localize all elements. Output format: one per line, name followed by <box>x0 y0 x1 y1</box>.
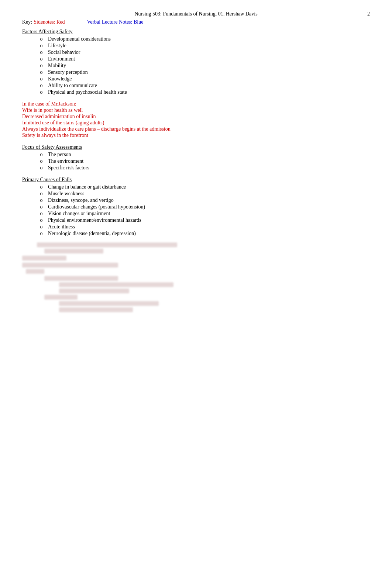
item-text: Physical environment/environmental hazar… <box>48 217 141 223</box>
item-text: Ability to communicate <box>48 83 97 89</box>
focus-heading: Focus of Safety Assessments <box>22 144 370 150</box>
list-item: o Vision changes or impairment <box>22 211 370 217</box>
list-item: o Dizziness, syncope, and vertigo <box>22 197 370 203</box>
factors-affecting-safety-section: Factors Affecting Safety o Developmental… <box>22 29 370 95</box>
item-text: Physical and psychosocial health state <box>48 89 127 95</box>
list-item: o Specific risk factors <box>22 165 370 171</box>
header: Nursing 503: Fundamentals of Nursing, 01… <box>22 11 370 17</box>
item-text: Vision changes or impairment <box>48 211 110 217</box>
list-item: o Physical and psychosocial health state <box>22 89 370 95</box>
list-item: o Mobility <box>22 63 370 69</box>
item-text: Muscle weakness <box>48 191 84 197</box>
item-text: Specific risk factors <box>48 165 89 171</box>
item-text: Cardiovascular changes (postural hypoten… <box>48 204 145 210</box>
red-note-0: In the case of Mr.Jackson: <box>22 101 370 107</box>
item-text: The person <box>48 152 71 158</box>
list-item: o The environment <box>22 158 370 164</box>
red-notes-section: In the case of Mr.Jackson: Wife is in po… <box>22 101 370 138</box>
list-item: o Social behavior <box>22 49 370 55</box>
list-item: o Acute illness <box>22 224 370 230</box>
red-note-3: Inhibited use of the stairs (aging adult… <box>22 120 370 126</box>
item-text: Social behavior <box>48 49 80 55</box>
item-text: Knowledge <box>48 76 72 82</box>
list-item: o Physical environment/environmental haz… <box>22 217 370 223</box>
causes-list: o Change in balance or gait disturbance … <box>22 184 370 237</box>
bullet-marker: o <box>37 69 46 75</box>
bullet-marker: o <box>37 231 46 237</box>
factors-list: o Developmental considerations o Lifesty… <box>22 36 370 95</box>
red-note-5: Safety is always in the forefront <box>22 132 370 138</box>
list-item: o Environment <box>22 56 370 62</box>
item-text: Acute illness <box>48 224 75 230</box>
focus-list: o The person o The environment o Specifi… <box>22 152 370 171</box>
item-text: Neurologic disease (dementia, depression… <box>48 231 136 237</box>
bullet-marker: o <box>37 56 46 62</box>
bullet-marker: o <box>37 83 46 89</box>
primary-causes-section: Primary Causes of Falls o Change in bala… <box>22 177 370 237</box>
item-text: Sensory perception <box>48 69 88 75</box>
red-note-2: Decreased administration of insulin <box>22 114 370 120</box>
page-number: 2 <box>367 11 370 17</box>
bullet-marker: o <box>37 191 46 197</box>
item-text: Environment <box>48 56 75 62</box>
focus-safety-section: Focus of Safety Assessments o The person… <box>22 144 370 171</box>
bullet-marker: o <box>37 211 46 217</box>
primary-causes-heading: Primary Causes of Falls <box>22 177 370 183</box>
list-item: o Sensory perception <box>22 69 370 75</box>
key-row: Key: Sidenotes: Red Verbal Lecture Notes… <box>22 19 370 25</box>
bullet-marker: o <box>37 63 46 69</box>
bullet-marker: o <box>37 224 46 230</box>
item-text: The environment <box>48 158 83 164</box>
bullet-marker: o <box>37 204 46 210</box>
bullet-marker: o <box>37 89 46 95</box>
list-item: o Lifestyle <box>22 43 370 49</box>
list-item: o Cardiovascular changes (postural hypot… <box>22 204 370 210</box>
bullet-marker: o <box>37 184 46 190</box>
header-title: Nursing 503: Fundamentals of Nursing, 01… <box>134 11 257 17</box>
list-item: o Neurologic disease (dementia, depressi… <box>22 231 370 237</box>
list-item: o Change in balance or gait disturbance <box>22 184 370 190</box>
item-text: Lifestyle <box>48 43 66 49</box>
list-item: o The person <box>22 152 370 158</box>
blurred-section <box>22 242 370 312</box>
bullet-marker: o <box>37 76 46 82</box>
item-text: Mobility <box>48 63 66 69</box>
item-text: Change in balance or gait disturbance <box>48 184 126 190</box>
key-label: Key: <box>22 19 32 25</box>
key-sidenotes: Sidenotes: Red <box>34 19 65 25</box>
factors-heading: Factors Affecting Safety <box>22 29 370 35</box>
list-item: o Developmental considerations <box>22 36 370 42</box>
bullet-marker: o <box>37 152 46 158</box>
bullet-marker: o <box>37 158 46 164</box>
red-note-1: Wife is in poor health as well <box>22 107 370 113</box>
list-item: o Muscle weakness <box>22 191 370 197</box>
bullet-marker: o <box>37 217 46 223</box>
red-note-4: Always individualize the care plans – di… <box>22 126 370 132</box>
bullet-marker: o <box>37 36 46 42</box>
item-text: Developmental considerations <box>48 36 111 42</box>
bullet-marker: o <box>37 197 46 203</box>
bullet-marker: o <box>37 43 46 49</box>
list-item: o Ability to communicate <box>22 83 370 89</box>
bullet-marker: o <box>37 165 46 171</box>
item-text: Dizziness, syncope, and vertigo <box>48 197 114 203</box>
bullet-marker: o <box>37 49 46 55</box>
key-verbal: Verbal Lecture Notes: Blue <box>87 19 144 25</box>
list-item: o Knowledge <box>22 76 370 82</box>
